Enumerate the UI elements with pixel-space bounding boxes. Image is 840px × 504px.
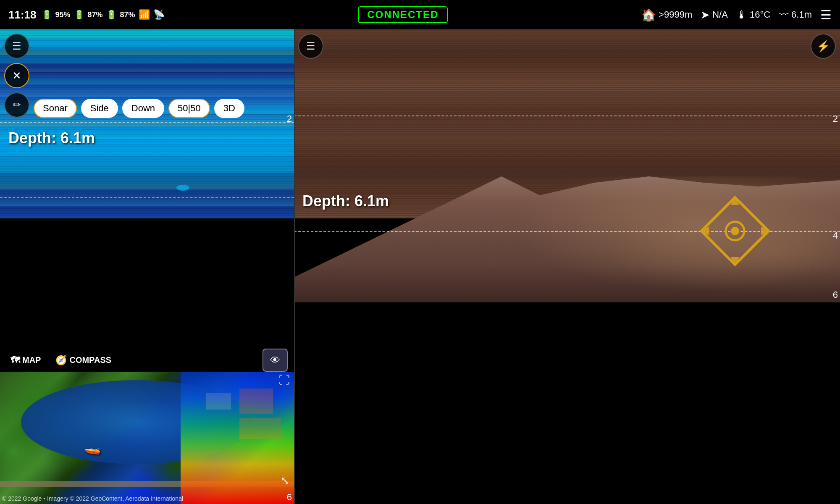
sonar-tabs: Sonar Side Down 50|50 3D: [34, 99, 244, 118]
compass-label: COMPASS: [69, 355, 111, 365]
edit-button[interactable]: ✏: [4, 92, 29, 118]
right-sonar-area: Depth: 6.1m 2 4 6: [294, 29, 840, 302]
status-bar: 11:18 🔋 95% 🔋 87% 🔋 87% 📶 📡 CONNECTED 🏠 …: [0, 0, 840, 29]
tab-3d[interactable]: 3D: [214, 99, 244, 118]
depth-status-icon: 〰: [779, 9, 789, 21]
heatmap-overlay: [181, 372, 294, 504]
compass-icon: 🧭: [55, 355, 67, 366]
battery-pct-2: 87%: [88, 10, 103, 19]
terrain-texture: [485, 176, 840, 302]
right-depth-text: Depth: 6.1m: [302, 192, 389, 210]
right-menu-button[interactable]: ☰: [298, 34, 323, 59]
close-icon: ✕: [12, 69, 21, 82]
flash-icon: ⚡: [816, 40, 830, 53]
depth-line-2-left: [0, 122, 294, 123]
time-display: 11:18: [8, 8, 37, 21]
depth-line-2-right: [294, 116, 840, 116]
sonar-streaks-left: [0, 29, 294, 218]
depth-line-4-left: [0, 197, 294, 198]
left-marker-6: 6: [287, 492, 292, 503]
bearing-icon: ➤: [701, 8, 710, 21]
hamburger-icon: ☰: [12, 40, 21, 52]
left-sonar-display: Depth: 6.1m 2 4: [0, 29, 294, 218]
map-area: 🗺 MAP 🧭 COMPASS 👁 🚤: [0, 349, 294, 504]
map-button[interactable]: 🗺 MAP: [6, 353, 45, 368]
battery-pct-1: 95%: [55, 10, 71, 19]
connected-text: CONNECTED: [367, 9, 438, 20]
left-depth-label: Depth: 6.1m: [8, 129, 95, 147]
right-hamburger-icon: ☰: [306, 40, 315, 52]
temp-icon: 🌡: [736, 8, 747, 21]
expand-map-button[interactable]: ⛶: [279, 374, 290, 387]
temp-value: 16°C: [750, 9, 770, 20]
panel-divider: [294, 29, 295, 504]
binoculars-icon: 👁: [270, 354, 280, 366]
home-icon: 🏠: [641, 8, 656, 22]
home-distance: >9999m: [659, 9, 692, 20]
map-label: MAP: [22, 355, 41, 365]
google-attribution: © 2022 Google • Imagery © 2022 GeoConten…: [2, 495, 183, 502]
close-button[interactable]: ✕: [4, 63, 29, 88]
minimize-map-button[interactable]: ⤡: [281, 474, 290, 487]
tab-5050[interactable]: 50|50: [168, 99, 210, 118]
flash-button[interactable]: ⚡: [811, 34, 836, 59]
status-right: 🏠 >9999m ➤ N/A 🌡 16°C 〰 6.1m ☰: [641, 8, 832, 22]
map-controls-bar: 🗺 MAP 🧭 COMPASS 👁: [0, 349, 294, 372]
right-depth-label: Depth: 6.1m: [302, 192, 389, 210]
right-marker-6: 6: [833, 289, 838, 300]
nav-diamond: [697, 193, 773, 269]
temp-group: 🌡 16°C: [736, 8, 770, 21]
home-group: 🏠 >9999m: [641, 8, 692, 22]
battery-icon-3: 🔋: [106, 10, 117, 20]
tab-side[interactable]: Side: [81, 99, 118, 118]
right-marker-4: 4: [833, 230, 838, 241]
left-depth-text: Depth: 6.1m: [8, 129, 95, 147]
left-controls: ☰ ✕ ✏: [4, 34, 29, 118]
compass-button[interactable]: 🧭 COMPASS: [51, 353, 116, 368]
battery-icon-2: 🔋: [74, 10, 84, 20]
menu-icon[interactable]: ☰: [820, 8, 832, 22]
left-marker-2: 2: [287, 113, 292, 124]
left-menu-button[interactable]: ☰: [4, 34, 29, 59]
view-toggle-button[interactable]: 👁: [262, 349, 288, 372]
bearing-group: ➤ N/A: [701, 8, 728, 21]
battery-icon-1: 🔋: [42, 10, 52, 20]
left-panel: Depth: 6.1m 2 4 ☰ ✕ ✏ Sonar Side Down 50…: [0, 29, 294, 504]
pencil-icon: ✏: [13, 100, 21, 110]
tab-sonar[interactable]: Sonar: [34, 99, 77, 118]
right-marker-2: 2: [833, 113, 838, 124]
right-controls: ☰ ⚡: [298, 34, 836, 59]
svg-point-2: [731, 227, 739, 235]
wifi-icon: 📡: [153, 9, 165, 20]
bearing-value: N/A: [712, 9, 728, 20]
signal-icon: 📶: [139, 9, 150, 20]
battery-pct-3: 87%: [120, 10, 135, 19]
depth-status-value: 6.1m: [791, 9, 812, 20]
map-icon: 🗺: [10, 355, 20, 366]
tab-down[interactable]: Down: [122, 99, 164, 118]
boat-marker: 🚤: [84, 439, 101, 455]
status-left: 11:18 🔋 95% 🔋 87% 🔋 87% 📶 📡: [8, 8, 165, 21]
connected-badge: CONNECTED: [358, 6, 448, 23]
fish-echo-1: [176, 185, 189, 191]
depth-status-group: 〰 6.1m: [779, 9, 812, 21]
right-panel: Depth: 6.1m 2 4 6: [294, 29, 840, 504]
status-icons: 🔋 95% 🔋 87% 🔋 87% 📶 📡: [42, 9, 165, 20]
